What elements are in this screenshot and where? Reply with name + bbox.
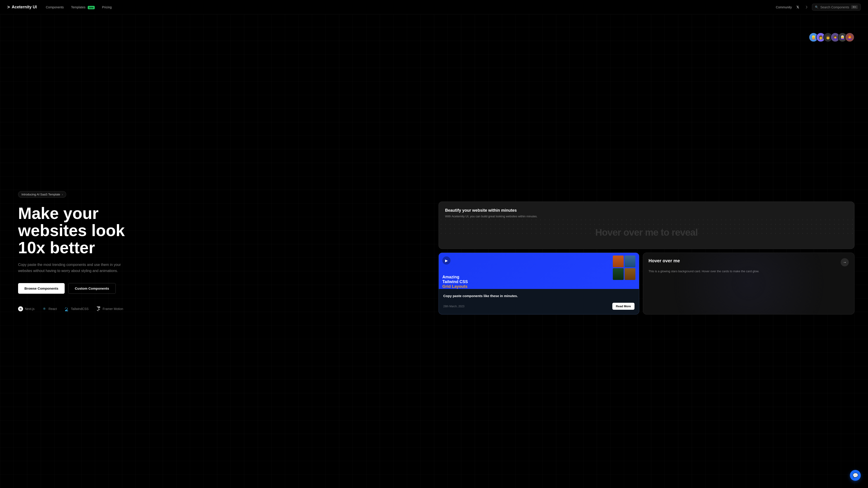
framer-icon xyxy=(96,306,101,311)
x-icon: 𝕏 xyxy=(796,5,799,9)
twitter-x-button[interactable]: 𝕏 xyxy=(796,4,800,10)
intro-badge-arrow: › xyxy=(62,193,63,196)
logo-bracket: > xyxy=(7,4,10,10)
nav-item-components[interactable]: Components xyxy=(46,5,64,9)
nav-link-components[interactable]: Components xyxy=(46,5,64,9)
blog-card-content: Copy paste components like these in minu… xyxy=(439,289,639,314)
hero-subtitle: Copy paste the most trending components … xyxy=(18,262,127,274)
card-top: Beautify your website within minutes Wit… xyxy=(438,201,855,249)
hero-title: Make your websites look 10x better xyxy=(18,205,421,256)
nav-link-community[interactable]: Community xyxy=(776,5,792,9)
blog-img-2 xyxy=(625,256,636,267)
tailwind-icon xyxy=(64,306,69,311)
chat-button[interactable]: 💬 xyxy=(850,470,861,481)
intro-badge-text: Introducing AI SaaS Template xyxy=(22,193,60,196)
dot-pattern xyxy=(439,218,854,236)
navbar: > Aceternity UI Components Templates new… xyxy=(0,0,868,14)
blog-card-image: ▶ Amazing Tailwind CSS Grid Layouts xyxy=(439,253,639,289)
search-shortcut: ⌘K xyxy=(851,5,858,9)
cards-bottom: ▶ Amazing Tailwind CSS Grid Layouts xyxy=(438,253,855,315)
blog-img-3 xyxy=(613,268,624,280)
blog-title-text: Amazing Tailwind CSS Grid Layouts xyxy=(442,275,612,289)
nav-right: Community 𝕏 ☽ 🔍 Search Components ⌘K xyxy=(776,4,861,11)
nav-item-templates[interactable]: Templates new xyxy=(71,5,95,9)
blog-img-4 xyxy=(625,268,636,280)
moon-icon: ☽ xyxy=(804,5,807,9)
right-panel: 👱 👩 👨 👩‍🦱 👩‍🦳 👩‍🦰 Beautify your website … xyxy=(434,14,868,488)
dark-mode-toggle[interactable]: ☽ xyxy=(804,4,808,10)
logo-text: Aceternity UI xyxy=(12,5,37,9)
tech-item-tailwind: TailwindCSS xyxy=(64,306,89,311)
logo[interactable]: > Aceternity UI xyxy=(7,4,37,10)
read-more-button[interactable]: Read More xyxy=(612,303,634,310)
react-icon: ⚛ xyxy=(42,306,47,311)
blog-img-1 xyxy=(613,256,624,267)
custom-components-button[interactable]: Custom Components xyxy=(68,283,116,294)
cta-buttons: Browse Components Custom Components xyxy=(18,283,421,294)
blog-title-line2: Tailwind CSS xyxy=(442,280,612,284)
nav-link-pricing[interactable]: Pricing xyxy=(102,5,112,9)
hover-card-arrow-button[interactable]: → xyxy=(841,258,849,266)
blog-play-icon: ▶ xyxy=(442,256,451,265)
nav-left: > Aceternity UI Components Templates new… xyxy=(7,4,112,10)
nav-link-templates[interactable]: Templates new xyxy=(71,5,95,9)
intro-badge[interactable]: Introducing AI SaaS Template › xyxy=(18,191,66,198)
hover-card-header: Hover over me → xyxy=(649,258,849,266)
tech-stack: N Next.js ⚛ React TailwindCSS Framer Mot… xyxy=(18,306,421,311)
avatar-6: 👩‍🦰 xyxy=(845,33,855,42)
blog-description: Copy paste components like these in minu… xyxy=(443,293,634,298)
blog-footer: 28th March, 2023 Read More xyxy=(443,303,634,310)
nav-item-pricing[interactable]: Pricing xyxy=(102,5,112,9)
tailwind-label: TailwindCSS xyxy=(71,307,89,311)
hover-card: Hover over me → This is a glowing stars … xyxy=(643,253,855,315)
tech-item-react: ⚛ React xyxy=(42,306,57,311)
blog-title-line3: Grid Layouts xyxy=(442,284,612,289)
react-label: React xyxy=(49,307,57,311)
hover-card-description: This is a glowing stars background card.… xyxy=(649,269,849,274)
left-panel: Introducing AI SaaS Template › Make your… xyxy=(0,14,434,488)
browse-components-button[interactable]: Browse Components xyxy=(18,283,65,294)
blog-images-grid xyxy=(613,256,636,280)
search-label: Search Components xyxy=(820,5,849,9)
blog-card: ▶ Amazing Tailwind CSS Grid Layouts xyxy=(438,253,639,315)
avatar-row: 👱 👩 👨 👩‍🦱 👩‍🦳 👩‍🦰 xyxy=(809,33,855,42)
blog-title-line1: Amazing xyxy=(442,275,612,280)
card-top-title: Beautify your website within minutes xyxy=(445,208,848,213)
search-icon: 🔍 xyxy=(815,5,818,9)
nextjs-icon: N xyxy=(18,306,23,311)
nav-links: Components Templates new Pricing xyxy=(46,5,112,9)
main-content: Introducing AI SaaS Template › Make your… xyxy=(0,0,868,488)
tech-item-framer: Framer Motion xyxy=(96,306,123,311)
templates-badge: new xyxy=(88,6,95,9)
cards-container: Beautify your website within minutes Wit… xyxy=(438,201,855,315)
tech-item-nextjs: N Next.js xyxy=(18,306,35,311)
chat-icon: 💬 xyxy=(852,473,858,478)
search-button[interactable]: 🔍 Search Components ⌘K xyxy=(812,4,861,11)
blog-date: 28th March, 2023 xyxy=(443,305,464,308)
nextjs-label: Next.js xyxy=(25,307,35,311)
hover-card-title: Hover over me xyxy=(649,258,680,263)
framer-label: Framer Motion xyxy=(103,307,123,311)
